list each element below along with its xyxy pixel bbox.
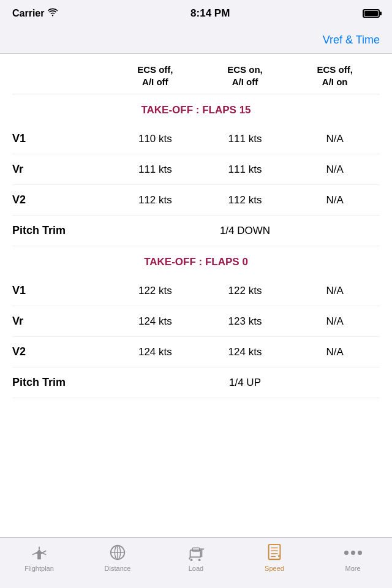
svg-rect-14 [269, 545, 281, 559]
distance-icon [108, 543, 127, 562]
tab-distance[interactable]: Distance [78, 543, 157, 572]
tab-speed-label: Speed [265, 565, 284, 572]
table-row: V1 122 kts 122 kts N/A [12, 276, 380, 306]
row-val-vr-0-1: 124 kts [110, 315, 200, 328]
svg-point-10 [190, 559, 193, 561]
tab-distance-label: Distance [105, 565, 131, 572]
tab-bar: Flightplan Distance [0, 537, 392, 588]
row-val-vr-15-1: 111 kts [110, 164, 200, 176]
row-val-v1-15-3: N/A [290, 133, 380, 145]
pitch-trim-value-15: 1/4 DOWN [110, 225, 380, 237]
speed-icon [265, 543, 284, 562]
load-icon [187, 543, 205, 562]
row-val-vr-15-2: 111 kts [200, 164, 290, 176]
tab-more-label: More [345, 565, 360, 572]
row-val-v2-0-3: N/A [290, 346, 380, 358]
more-icon [344, 543, 362, 562]
pitch-trim-label-0: Pitch Trim [12, 376, 110, 389]
table-row: Vr 124 kts 123 kts N/A [12, 306, 380, 337]
row-val-v2-15-3: N/A [290, 194, 380, 206]
carrier-label: Carrier [12, 8, 44, 19]
col-header-empty [12, 64, 110, 88]
tab-speed[interactable]: Speed [235, 543, 314, 572]
row-val-v2-0-1: 124 kts [110, 346, 200, 358]
pitch-trim-value-0: 1/4 UP [110, 377, 380, 389]
col-header-2: ECS on,A/I off [200, 64, 290, 88]
row-val-v2-15-1: 112 kts [110, 194, 200, 206]
row-label-vr-0: Vr [12, 315, 110, 328]
main-content: ECS off,A/I off ECS on,A/I off ECS off,A… [0, 54, 392, 537]
table-row: V1 110 kts 111 kts N/A [12, 124, 380, 154]
row-label-vr-15: Vr [12, 163, 110, 176]
svg-line-9 [189, 557, 190, 560]
row-label-v2-15: V2 [12, 194, 110, 206]
row-val-vr-0-3: N/A [290, 315, 380, 328]
flightplan-icon [30, 543, 48, 562]
status-time: 8:14 PM [190, 7, 230, 20]
wifi-icon [48, 8, 58, 19]
row-val-v1-0-2: 122 kts [200, 285, 290, 297]
svg-point-11 [198, 559, 201, 561]
row-val-v1-0-3: N/A [290, 285, 380, 297]
tab-flightplan-label: Flightplan [24, 565, 54, 572]
pitch-trim-label-15: Pitch Trim [12, 224, 110, 237]
row-val-v1-15-2: 111 kts [200, 133, 290, 145]
pitch-trim-row-15: Pitch Trim 1/4 DOWN [12, 216, 380, 246]
row-val-v1-15-1: 110 kts [110, 133, 200, 145]
col-header-3: ECS off,A/I on [290, 64, 380, 88]
table-row: V2 112 kts 112 kts N/A [12, 185, 380, 216]
tab-flightplan[interactable]: Flightplan [0, 543, 78, 572]
svg-rect-2 [39, 547, 40, 549]
column-headers: ECS off,A/I off ECS on,A/I off ECS off,A… [12, 54, 380, 94]
row-val-vr-0-2: 123 kts [200, 315, 290, 328]
battery-icon [363, 9, 380, 18]
col-header-1: ECS off,A/I off [110, 64, 200, 88]
row-label-v2-0: V2 [12, 345, 110, 358]
status-left: Carrier [12, 8, 58, 19]
tab-more[interactable]: More [314, 543, 392, 572]
status-right [363, 9, 380, 18]
pitch-trim-row-0: Pitch Trim 1/4 UP [12, 368, 380, 398]
vref-link[interactable]: Vref & Time [323, 34, 380, 47]
section-title-flaps15: TAKE-OFF : FLAPS 15 [12, 94, 380, 124]
row-label-v1-15: V1 [12, 132, 110, 145]
tab-load-label: Load [189, 565, 203, 572]
status-bar: Carrier 8:14 PM [0, 0, 392, 27]
row-val-vr-15-3: N/A [290, 164, 380, 176]
app-header: Vref & Time [0, 27, 392, 54]
row-label-v1-0: V1 [12, 284, 110, 297]
row-val-v1-0-1: 122 kts [110, 285, 200, 297]
svg-rect-0 [37, 554, 41, 559]
table-row: V2 124 kts 124 kts N/A [12, 337, 380, 368]
row-val-v2-0-2: 124 kts [200, 346, 290, 358]
tab-load[interactable]: Load [157, 543, 235, 572]
table-row: Vr 111 kts 111 kts N/A [12, 154, 380, 185]
section-title-flaps0: TAKE-OFF : FLAPS 0 [12, 246, 380, 276]
row-val-v2-15-2: 112 kts [200, 194, 290, 206]
